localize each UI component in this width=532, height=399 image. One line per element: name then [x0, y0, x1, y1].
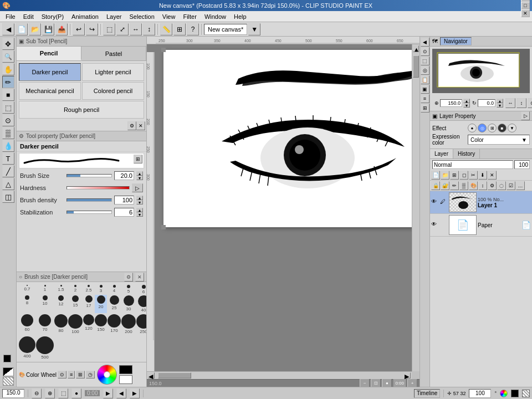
swap-colors-btn[interactable] — [3, 367, 14, 376]
bs-40[interactable]: 40 — [136, 295, 147, 313]
lp-expand-btn[interactable]: ▷ — [521, 111, 530, 120]
status-next-frame[interactable]: ▶ — [130, 388, 140, 398]
bs-100[interactable]: 100 — [68, 314, 83, 335]
menu-animation[interactable]: Animation — [68, 12, 102, 21]
zoom-pct-display[interactable]: 100 — [469, 389, 491, 398]
brush-lighter-pencil[interactable]: Lighter pencil — [82, 63, 144, 81]
bs-1.5[interactable]: 1.5 — [54, 284, 68, 294]
v-scroll-up[interactable]: ▲ — [413, 45, 419, 52]
stabilization-down[interactable]: ▼ — [136, 212, 143, 217]
bs-12[interactable]: 12 — [54, 295, 68, 313]
brush-density-value[interactable]: 100 — [114, 196, 134, 204]
select-all-btn[interactable]: ⬚ — [103, 23, 115, 35]
color-correct-btn[interactable]: ◫ — [2, 191, 14, 203]
effect-icon-4[interactable]: ■ — [498, 124, 507, 132]
horizontal-scrollbar[interactable]: ◀ ▶ — [147, 371, 412, 379]
brush-darker-pencil[interactable]: Darker pencil — [19, 63, 81, 81]
rs-btn-1[interactable]: ◀ — [421, 38, 429, 47]
menu-edit[interactable]: Edit — [20, 12, 37, 21]
expression-color-dropdown[interactable]: Color ▼ — [468, 135, 530, 145]
nav-flip-h-btn[interactable]: ↔ — [505, 98, 515, 108]
status-transparent-color[interactable] — [522, 390, 530, 397]
layer-1-eye[interactable]: 👁 — [431, 198, 439, 206]
text-tool-btn[interactable]: T — [2, 152, 14, 165]
status-fg-color[interactable] — [511, 390, 519, 397]
layer-paper-lock[interactable] — [440, 221, 448, 229]
preview-expand-btn[interactable]: ⊞ — [134, 155, 142, 163]
brush-density-down[interactable]: ▼ — [136, 200, 143, 204]
layer-paper-fold-btn[interactable]: 📄 — [521, 221, 531, 229]
stabilization-up[interactable]: ▲ — [136, 208, 143, 212]
bs-80[interactable]: 80 — [54, 314, 68, 335]
export-btn[interactable]: 📤 — [55, 23, 68, 35]
bs-150[interactable]: 150 — [95, 314, 107, 335]
brush-rough-pencil[interactable]: Rough pencil — [19, 101, 144, 119]
effect-icon-2[interactable]: ◎ — [478, 124, 487, 132]
bs-17[interactable]: 17 — [83, 295, 94, 313]
menu-filter[interactable]: Filter — [180, 12, 200, 21]
layer-group-btn[interactable]: ⊞ — [450, 171, 459, 180]
move-tool-btn[interactable]: ✥ — [2, 38, 14, 50]
layer-fill-btn[interactable]: ▒ — [459, 181, 468, 190]
vertical-scrollbar[interactable]: ▲ ▼ — [412, 44, 420, 379]
pencil-tool-btn[interactable]: ✏ — [2, 76, 14, 88]
layer-select-btn[interactable]: ☑ — [507, 181, 515, 190]
bs-70[interactable]: 70 — [36, 314, 54, 335]
new-file-btn[interactable]: 📄 — [16, 23, 28, 35]
transparent-color-btn[interactable] — [3, 377, 14, 386]
layer-item-1[interactable]: 👁 🖊 — [430, 191, 532, 214]
layer-lock-alpha-btn[interactable]: 🔐 — [441, 181, 449, 190]
blend-mode-dropdown[interactable]: Normal — [432, 160, 513, 169]
bs-0.7[interactable]: 0.7 — [19, 284, 35, 294]
zoom-down-btn[interactable]: ▼ — [463, 103, 470, 108]
rs-btn-5[interactable]: 📋 — [421, 75, 429, 84]
canvas-arrow-btn[interactable]: ▼ — [248, 23, 260, 35]
color-mode-slider[interactable]: ≡ — [68, 371, 75, 378]
nav-flip-v-btn[interactable]: ↕ — [516, 98, 526, 108]
layer-lock-btn[interactable]: 🔒 — [431, 181, 440, 190]
nav-reset[interactable]: ⊡ — [371, 378, 381, 387]
menu-help[interactable]: Help — [231, 12, 250, 21]
menu-layer[interactable]: Layer — [103, 12, 125, 21]
stabilization-slider[interactable] — [66, 211, 112, 214]
hand-tool-btn[interactable]: ✋ — [2, 63, 14, 75]
canvas-handle-bl[interactable] — [161, 225, 166, 229]
color-mode-wheel[interactable]: ⊙ — [58, 371, 66, 378]
rotate-down-btn[interactable]: ▼ — [497, 103, 503, 108]
nav-zoom-input[interactable] — [440, 99, 462, 107]
h-scroll-left[interactable]: ◀ — [148, 372, 155, 378]
color-mode-palette[interactable]: ⊞ — [76, 371, 85, 378]
canvas-drawing-area[interactable] — [163, 50, 420, 227]
nav-rotate-input[interactable] — [478, 99, 495, 107]
bs-8[interactable]: 8 — [19, 295, 35, 313]
brush-size-up[interactable]: ▲ — [136, 171, 143, 176]
status-rec[interactable]: ● — [71, 388, 81, 398]
line-tool-btn[interactable]: ╱ — [2, 165, 14, 177]
status-prev-frame[interactable]: ◀ — [116, 388, 126, 398]
bs-settings-btn[interactable]: ⚙ — [124, 273, 133, 282]
layer-settings-btn[interactable]: ⚙ — [488, 181, 497, 190]
history-tab[interactable]: History — [453, 149, 480, 158]
zoom-input-display[interactable]: 150.0 — [2, 389, 24, 398]
layer-pen-btn[interactable]: ✏ — [450, 181, 459, 190]
layer-merge-btn[interactable]: ⬇ — [478, 171, 487, 180]
layer-hide-btn[interactable]: ◌ — [497, 181, 506, 190]
grid-btn[interactable]: ⊞ — [173, 23, 186, 35]
zoom-tool-btn[interactable]: 🔍 — [2, 50, 14, 63]
bs-10[interactable]: 10 — [36, 295, 54, 313]
menu-selection[interactable]: Selection — [126, 12, 158, 21]
flip-h-btn[interactable]: ↔ — [130, 23, 142, 35]
brush-density-up[interactable]: ▲ — [136, 196, 143, 200]
rs-btn-7[interactable]: ≡ — [421, 94, 429, 103]
fill-tool-btn[interactable]: ▒ — [2, 127, 14, 139]
brush-size-value[interactable]: 20.0 — [114, 171, 134, 180]
layer-delete-btn[interactable]: ✕ — [488, 171, 497, 180]
selection-tool-btn[interactable]: ⬚ — [2, 101, 14, 114]
menu-story[interactable]: Story(P) — [38, 12, 67, 21]
brush-colored-pencil[interactable]: Colored pencil — [82, 82, 144, 100]
navigator-preview[interactable] — [432, 49, 530, 93]
nav-zoom-in[interactable]: + — [407, 378, 417, 387]
rotate-up-btn[interactable]: ▲ — [497, 99, 503, 103]
layer-color-btn[interactable]: 🎨 — [469, 181, 478, 190]
bs-2.5[interactable]: 2.5 — [83, 284, 94, 294]
